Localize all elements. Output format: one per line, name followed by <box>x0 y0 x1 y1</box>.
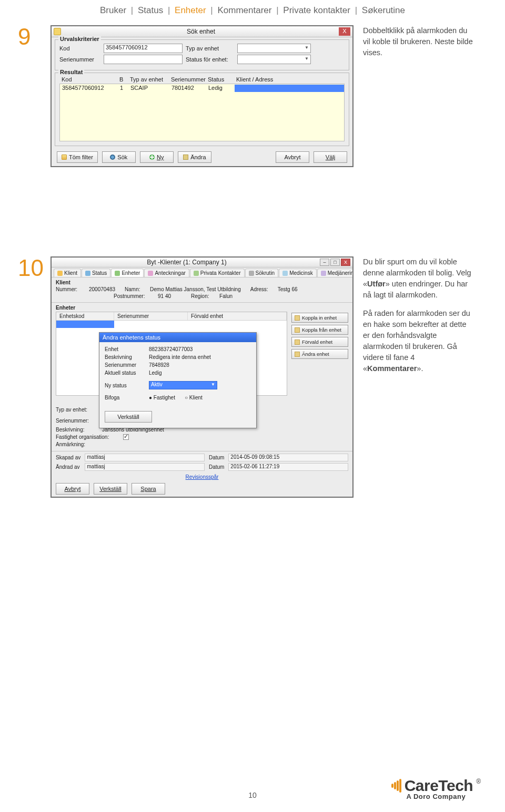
metadata: Skapad av mattiasj Datum 2014-05-09 09:0… <box>52 451 352 473</box>
tab-privata[interactable]: Privata Kontakter <box>190 269 245 277</box>
region-label: Region: <box>191 293 215 299</box>
spara-button[interactable]: Spara <box>132 483 165 495</box>
avbryt-button[interactable]: Avbryt <box>56 483 89 495</box>
minimize-button[interactable]: – <box>320 259 329 266</box>
tom-filter-button[interactable]: Töm filter <box>57 151 98 163</box>
close-button[interactable]: X <box>339 27 350 36</box>
sok-button[interactable]: Sök <box>102 151 136 163</box>
skapad-by: mattiasj <box>85 454 205 461</box>
enheter-buttons: Koppla in enhet Koppla från enhet Förval… <box>287 312 348 396</box>
crumb-bruker: Bruker <box>100 5 126 15</box>
instruction-text: Dobbeltklikk på alarmkoden du vil koble … <box>363 25 473 58</box>
button-bar: Töm filter Sök Ny Ändra Avbryt Välj <box>52 148 352 166</box>
ser-label: Serienummer: <box>56 418 98 424</box>
region-value: Falun <box>219 293 233 299</box>
crumb-sokerutine: Søkerutine <box>362 5 405 15</box>
andra-button[interactable]: Ändra <box>178 151 211 163</box>
popup-beskr-label: Beskrivning <box>105 354 146 360</box>
post-value: 91 40 <box>158 293 171 299</box>
adress-label: Adress: <box>250 286 274 292</box>
ny-status-dropdown[interactable]: Aktiv <box>149 381 217 389</box>
forvald-button[interactable]: Förvald enhet <box>291 337 348 347</box>
row-kod: 3584577060912 <box>60 85 118 92</box>
anm-label: Anmärkning: <box>56 441 98 447</box>
col-klient: Klient / Adress <box>234 76 345 83</box>
ny-button[interactable]: Ny <box>140 151 174 163</box>
registered-icon: ® <box>476 778 481 785</box>
edit-icon <box>183 155 188 160</box>
tab-anteckningar[interactable]: Anteckningar <box>144 269 189 277</box>
maximize-button[interactable]: □ <box>330 259 340 266</box>
namn-label: Namn: <box>125 286 146 292</box>
serienummer-label: Serienummer <box>59 56 100 63</box>
koppla-in-button[interactable]: Koppla in enhet <box>291 313 348 323</box>
result-row[interactable]: 3584577060912 1 SCAIP 7801492 Ledig <box>60 84 344 92</box>
fastighet-checkbox[interactable] <box>123 434 129 440</box>
step-9-row: 9 Sök enhet X Urvalskriterier Kod 358457… <box>0 20 505 172</box>
popup-bifoga-label: Bifoga <box>105 395 146 400</box>
tab-klient[interactable]: Klient <box>54 269 81 277</box>
col-forvald: Förvald enhet <box>188 312 287 320</box>
window-title: Sök enhet <box>63 28 339 35</box>
skapad-dt: 2014-05-09 09:08:15 <box>228 454 348 461</box>
result-legend: Resultat <box>58 69 84 75</box>
urvalskriterier-fieldset: Urvalskriterier Kod 3584577060912 Typ av… <box>55 39 349 70</box>
avbryt-button[interactable]: Avbryt <box>276 151 309 163</box>
col-b: B <box>117 76 128 83</box>
criteria-legend: Urvalskriterier <box>58 36 101 42</box>
fastighet-label: Fastighet organisation: <box>56 434 119 440</box>
valj-button[interactable]: Välj <box>314 151 347 163</box>
tab-sokrutin[interactable]: Sökrutin <box>245 269 279 277</box>
revision-link[interactable]: Revisionsspår <box>52 473 352 481</box>
kod-input[interactable]: 3584577060912 <box>104 44 183 53</box>
row-status: Ledig <box>206 85 235 92</box>
col-status: Status <box>206 76 234 83</box>
andrad-dt: 2015-02-06 11:27:19 <box>228 463 348 471</box>
nummer-value: 200070483 <box>89 286 115 292</box>
tab-medjanering[interactable]: Medjänering <box>317 269 352 277</box>
popup-beskr-value: Redigera inte denna enhet <box>149 354 211 360</box>
crumb-status: Status <box>138 5 163 15</box>
default-icon <box>295 340 300 345</box>
crumb-sep: | <box>168 5 170 15</box>
tab-enheter[interactable]: Enheter <box>111 269 144 277</box>
status-dropdown[interactable] <box>237 55 311 64</box>
tab-medicinsk[interactable]: Medicinsk <box>279 269 316 277</box>
col-serienummer: Serienummer <box>114 312 188 320</box>
instruction-p1: Du blir spurt om du vil koble denne alar… <box>363 256 473 301</box>
crumb-sep: | <box>210 5 213 15</box>
col-ser: Serienummer <box>169 76 206 83</box>
crumb-kommentarer: Kommentarer <box>217 5 271 15</box>
koppla-fran-button[interactable]: Koppla från enhet <box>291 325 348 335</box>
radio-fastighet[interactable]: Fastighet <box>149 395 175 400</box>
status-label: Status för enhet: <box>186 56 234 63</box>
resultat-fieldset: Resultat Kod B Typ av enhet Serienummer … <box>55 73 349 146</box>
andrad-dt-label: Datum <box>209 464 224 470</box>
col-typ: Typ av enhet <box>128 76 169 83</box>
medical-icon <box>282 271 288 276</box>
edit-icon <box>295 352 300 357</box>
step-number-10: 10 <box>18 256 41 280</box>
verkstall-button[interactable]: Verkställ <box>94 483 127 495</box>
tab-status[interactable]: Status <box>82 269 110 277</box>
popup-verkstall-button[interactable]: Verkställ <box>105 411 152 423</box>
radio-klient[interactable]: Klient <box>185 395 203 400</box>
typ-label: Typ av enhet <box>186 45 234 52</box>
window-titlebar: Byt -Klienter (1: Company 1) – □ X <box>52 258 352 268</box>
window-buttons: – □ X <box>320 259 350 266</box>
popup-akt-value: Ledig <box>149 370 161 376</box>
bottom-button-bar: Avbryt Verkställ Spara <box>52 481 352 497</box>
popup-enhet-value: 882383724077003 <box>149 346 193 352</box>
row-typ: SCAIP <box>128 85 169 92</box>
step-9-instruction: Dobbeltklikk på alarmkoden du vil koble … <box>363 25 473 66</box>
logo-bars-icon <box>391 779 401 793</box>
logo-text: CareTech <box>405 777 473 795</box>
typ-dropdown[interactable] <box>237 44 311 53</box>
serienummer-input[interactable] <box>104 55 183 64</box>
enheter-row[interactable] <box>56 321 287 328</box>
andra-enhet-button[interactable]: Ändra enhet <box>291 349 348 359</box>
adress-value: Testg 66 <box>278 286 298 292</box>
close-button[interactable]: X <box>341 259 350 266</box>
col-kod: Kod <box>59 76 117 83</box>
popup-akt-label: Aktuell status <box>105 370 146 376</box>
